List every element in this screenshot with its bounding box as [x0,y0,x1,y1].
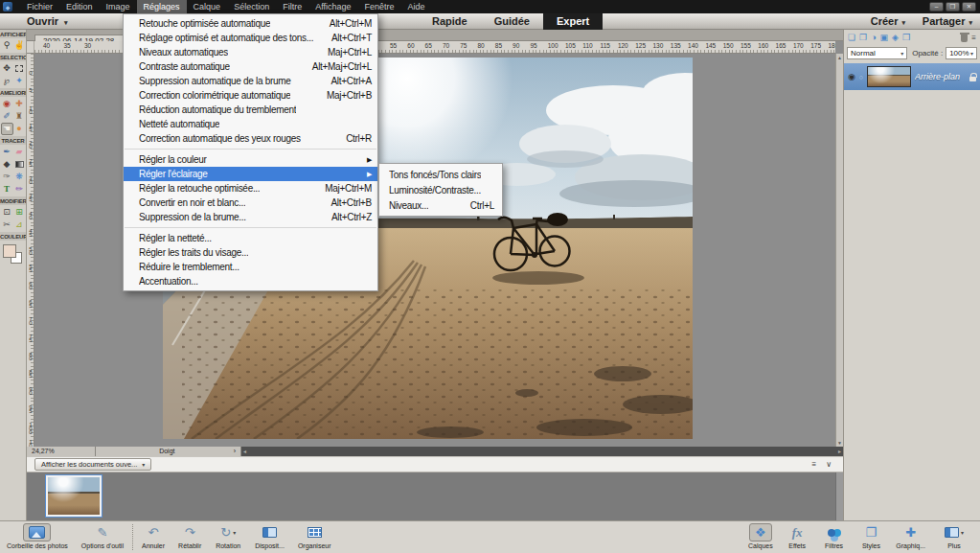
minimize-button[interactable]: – [929,2,944,12]
layers-button[interactable]: ❖Calques [741,521,780,553]
zoom-tool-icon[interactable]: ⚲ [1,39,13,52]
paint-bucket-tool-icon[interactable]: ◆ [1,158,13,171]
more-button[interactable]: ▾Plus [932,521,976,553]
gradient-tool-icon[interactable] [13,158,26,171]
pencil-tool-icon[interactable]: ✏ [13,183,26,196]
menu-item-suppression-de-la-brume[interactable]: Suppression de la brume...Alt+Ctrl+Z [124,210,377,224]
photo-bin-button[interactable]: Corbeille des photos [0,521,75,553]
menu-item-r-gler-la-couleur[interactable]: Régler la couleur▶ [124,152,377,167]
menubar-item-affichage[interactable]: Affichage [308,0,357,13]
new-group-icon[interactable]: ❐ [859,33,867,42]
undo-button[interactable]: ↶Annuler [135,521,171,553]
menu-item-retouche-optimis-e-automatique[interactable]: Retouche optimisée automatiqueAlt+Ctrl+M [124,16,377,31]
lock-layer-icon[interactable]: ◈ [892,33,899,42]
mode-tab-guid-e[interactable]: Guidée [481,13,543,30]
menu-item-r-gler-la-nettet[interactable]: Régler la netteté... [124,231,377,245]
panel-menu-icon[interactable]: ≡ [971,34,976,42]
tool-options-button[interactable]: ✎Options d'outil [75,521,130,553]
photo-bin-menu-icon[interactable]: ≡ [811,460,816,469]
red-eye-removal-tool-icon[interactable]: ◉ [1,98,13,110]
zoom-level-field[interactable]: 24,27% [27,447,96,456]
menu-item-contraste-automatique[interactable]: Contraste automatiqueAlt+Maj+Ctrl+L [124,59,377,74]
hand-tool-icon[interactable]: ✌ [13,39,26,52]
link-layers-icon[interactable]: ❒ [902,33,910,42]
submenu-item-niveaux[interactable]: Niveaux...Ctrl+L [379,197,502,213]
create-button[interactable]: Créer▾ [871,13,905,30]
menu-item-correction-colorim-trique-automatique[interactable]: Correction colorimétrique automatiqueMaj… [124,88,377,103]
foreground-color-swatch[interactable] [3,244,16,258]
lasso-tool-icon[interactable]: ℘ [1,75,13,87]
delete-layer-icon[interactable] [961,35,968,42]
menu-item-r-glage-optimis-et-automatique-des-tons[interactable]: Réglage optimisé et automatique des tons… [124,31,377,45]
menu-item-convertir-en-noir-et-blanc[interactable]: Convertir en noir et blanc...Alt+Ctrl+B [124,196,377,210]
new-layer-icon[interactable]: ❏ [848,33,855,42]
blend-mode-select[interactable]: Normal ▾ [847,47,907,59]
clone-stamp-tool-icon[interactable]: ♜ [13,110,26,123]
sponge-tool-icon[interactable]: ● [13,123,26,135]
spot-healing-brush-tool-icon[interactable]: ✚ [13,98,26,110]
menu-item-accentuation[interactable]: Accentuation... [124,274,377,288]
layer-mask-icon[interactable]: ▣ [880,33,889,42]
mode-tab-rapide[interactable]: Rapide [419,13,481,30]
menubar-item-filtre[interactable]: Filtre [276,0,308,13]
canvas-vertical-scrollbar[interactable]: ▲ ▼ [835,54,843,447]
menubar-item-s-lection[interactable]: Sélection [227,0,276,13]
submenu-item-tons-fonc-s-tons-clairs[interactable]: Tons foncés/Tons clairs... [379,167,502,182]
submenu-item-luminosit-contraste[interactable]: Luminosité/Contraste... [379,182,502,197]
healing-brush-tool-icon[interactable]: ✐ [1,110,13,123]
menu-item-r-gler-la-retouche-optimis-e[interactable]: Régler la retouche optimisée...Maj+Ctrl+… [124,181,377,196]
move-tool-icon[interactable]: ✥ [1,62,13,75]
content-aware-move-tool-icon[interactable]: ✂ [1,219,13,231]
show-open-documents-button[interactable]: Afficher les documents ouve... ▾ [34,458,151,471]
menu-item-r-gler-l-clairage[interactable]: Régler l'éclairage▶ [124,167,377,181]
menubar-item-fen-tre[interactable]: Fenêtre [358,0,401,13]
menubar-item-r-glages[interactable]: Réglages [137,0,187,13]
photo-bin-thumbnail[interactable] [46,475,102,517]
brush-tool-icon[interactable]: ✒ [1,146,13,158]
menu-item-suppression-automatique-de-la-brume[interactable]: Suppression automatique de la brumeAlt+C… [124,74,377,88]
opacity-select[interactable]: 100% ▾ [946,47,977,59]
restore-button[interactable]: ❐ [946,2,960,12]
menubar-item-edition[interactable]: Edition [59,0,100,13]
layer-row-background[interactable]: ◉ ○ Arrière-plan [844,63,980,90]
graphics-button[interactable]: ✚Graphiq... [889,521,932,553]
scroll-up-icon[interactable]: ▲ [837,55,842,60]
canvas-horizontal-scrollbar[interactable]: ◂ ▸ [241,447,843,456]
menu-item-r-gler-les-traits-du-visage[interactable]: Régler les traits du visage... [124,245,377,260]
cookie-cutter-tool-icon[interactable]: ⊞ [13,206,26,219]
crop-tool-icon[interactable]: ⊡ [1,206,13,219]
quick-selection-tool-icon[interactable]: ✦ [13,75,26,87]
menu-item-nettet-automatique[interactable]: Netteté automatique [124,117,377,131]
layer-thumbnail[interactable] [867,66,911,87]
smart-brush-tool-icon[interactable]: ❋ [13,171,26,183]
eyedropper-tool-icon[interactable]: ✑ [1,171,13,183]
color-swatches[interactable] [2,243,25,266]
filters-button[interactable]: Filtres [815,521,854,553]
menubar-item-aide[interactable]: Aide [401,0,432,13]
redo-button[interactable]: ↷Rétablir [171,521,208,553]
effects-button[interactable]: fxEffets [780,521,815,553]
layer-visibility-icon[interactable]: ◉ [848,72,855,81]
close-button[interactable]: ✕ [962,2,976,12]
scroll-right-icon[interactable]: ▸ [838,447,841,456]
straighten-tool-icon[interactable]: ⊿ [13,219,26,231]
organizer-button[interactable]: Organiseur [291,521,338,553]
photo-bin-scrollbar[interactable] [835,472,843,520]
adjustment-layer-icon[interactable]: ◑ [871,33,876,42]
smudge-tool-icon[interactable]: ☚ [1,123,13,135]
layout-button[interactable]: Disposit... [248,521,291,553]
menu-item-correction-automatique-des-yeux-rouges[interactable]: Correction automatique des yeux rougesCt… [124,131,377,146]
menubar-item-image[interactable]: Image [100,0,137,13]
menubar-item-calque[interactable]: Calque [187,0,228,13]
menu-item-niveaux-automatiques[interactable]: Niveaux automatiquesMaj+Ctrl+L [124,45,377,59]
type-tool-icon[interactable]: T [1,183,13,196]
rotate-button[interactable]: ↻▾Rotation [208,521,248,553]
menubar-item-fichier[interactable]: Fichier [20,0,59,13]
menu-item-r-duction-automatique-du-tremblement[interactable]: Réduction automatique du tremblement [124,103,377,117]
styles-button[interactable]: ❐Styles [854,521,890,553]
rectangular-marquee-tool-icon[interactable] [13,62,26,75]
menu-item-r-duire-le-tremblement[interactable]: Réduire le tremblement... [124,260,377,274]
scroll-left-icon[interactable]: ◂ [243,447,246,456]
eraser-tool-icon[interactable]: ▰ [13,146,26,158]
collapse-bin-icon[interactable]: ∨ [826,460,832,469]
